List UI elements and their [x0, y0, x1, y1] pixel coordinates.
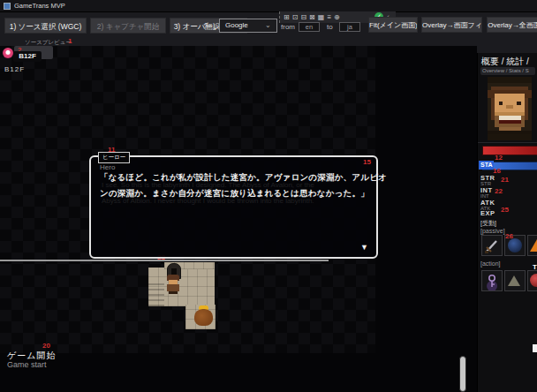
dialog-box: ヒーロー Hero 15 I see. So this is the labyr…: [89, 155, 378, 259]
orange-triangle-icon: [530, 239, 537, 252]
capture-start-button[interactable]: 2) キャプチャ開始: [90, 18, 166, 34]
dialog-text-line2: ンの深淵か。まさか自分が迷宮に放り込まれるとは思わなかった。」: [100, 188, 375, 200]
annotation-marker: 20: [42, 343, 50, 350]
game-start-translated: Game start: [7, 360, 47, 369]
hp-bar: [482, 146, 537, 155]
map-steps: [148, 281, 164, 306]
from-lang-input[interactable]: en: [299, 22, 320, 32]
scrollbar-fragment: [533, 344, 537, 352]
dialog-continue-icon[interactable]: ▼: [360, 243, 368, 252]
stat-exp-label: EXP: [480, 209, 495, 217]
tab-overview-stats[interactable]: 概要 / 統計 /: [481, 56, 529, 68]
settings-icon[interactable]: ⊕: [334, 13, 340, 22]
location-translated-pill: B12F: [13, 51, 42, 62]
tab-overview-translated: Overview / Stats / S: [480, 67, 535, 75]
treasure-pot-sprite: [194, 309, 213, 326]
passive-item-slot-sword[interactable]: [481, 235, 503, 256]
to-label: to: [327, 23, 333, 31]
stats-sidebar: 概要 / 統計 / Overview / Stats / S: [477, 53, 537, 392]
hero-sprite: [167, 284, 179, 291]
dialog-text-line1: 「なるほど。これが私が設計した迷宮か。アヴァロンの深淵か、アルビオ: [100, 172, 375, 184]
speaker-name-tag: ヒーロー: [98, 152, 130, 163]
passive-section-label: [受動]: [480, 219, 496, 228]
from-label: from: [281, 23, 295, 31]
game-preview: 2 B12F B12F 28 11 ヒーロー Hero 15 I see. So…: [0, 46, 477, 392]
annotation-marker: 1: [68, 38, 72, 45]
sta-label-chip: STA: [479, 161, 494, 170]
pin-icon: [3, 48, 13, 58]
region-capture-icon[interactable]: ⊡: [292, 13, 299, 22]
window-select-icon[interactable]: ⊞: [284, 13, 290, 22]
divider: [478, 142, 537, 143]
speaker-name-translated: Hero: [100, 163, 115, 171]
menu-icon[interactable]: ≡: [327, 13, 331, 22]
action-item-tag: T: [533, 263, 537, 271]
title-bar: GameTrans MVP: [0, 0, 537, 12]
hero-sprite: [169, 291, 178, 294]
window-capture-icon[interactable]: ⊟: [300, 13, 306, 22]
record-icon[interactable]: ▦: [318, 13, 325, 22]
annotation-marker: 25: [501, 207, 509, 214]
portrait-pixel-art: [488, 77, 532, 140]
overlay-fit-button[interactable]: Overlay→画面フィット: [421, 17, 482, 33]
app-icon: [4, 3, 11, 10]
fullscreen-capture-icon[interactable]: ⊠: [309, 13, 315, 22]
annotation-marker: 21: [501, 177, 509, 184]
annotation-marker: 22: [495, 188, 503, 195]
annotation-marker: 15: [363, 159, 371, 166]
window-title: GameTrans MVP: [14, 2, 65, 10]
annotation-marker: 12: [495, 155, 503, 162]
overlay-fullscreen-button[interactable]: Overlay→全画面: [487, 17, 537, 33]
to-lang-input[interactable]: ja: [339, 22, 360, 32]
action-section-label: [action]: [480, 260, 501, 267]
key-icon: [482, 271, 502, 290]
source-select-button[interactable]: 1) ソース選択 (WGC): [4, 18, 87, 34]
sword-icon: [482, 236, 502, 255]
olive-triangle-icon: [508, 275, 520, 286]
red-orb-icon: [530, 274, 537, 287]
chevron-down-icon: ⌄: [265, 21, 271, 29]
fit-main-button[interactable]: Fit(メイン画面): [368, 17, 418, 33]
annotation-marker: 26: [505, 233, 513, 240]
navy-orb-icon: [508, 238, 522, 253]
passive-section-translated: [passive]: [480, 228, 505, 234]
character-portrait: [488, 77, 532, 140]
scrollbar-thumb[interactable]: [459, 356, 466, 392]
action-item-slot-key[interactable]: [481, 270, 503, 291]
app-window: GameTrans MVP 1) ソース選択 (WGC) 2) キャプチャ開始 …: [0, 0, 537, 392]
location-label: B12F: [4, 65, 25, 73]
